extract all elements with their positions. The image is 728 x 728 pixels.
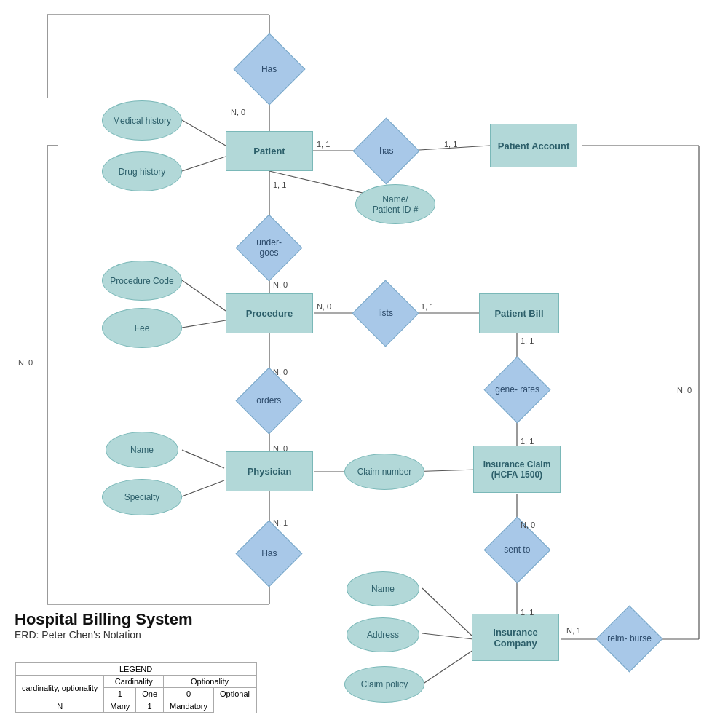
relationship-has-middle: has — [353, 118, 420, 185]
relationship-lists: lists — [352, 280, 419, 347]
entity-insurance-company: Insurance Company — [472, 614, 559, 661]
legend: LEGEND cardinality, optionality Cardinal… — [15, 662, 257, 713]
cardinality-11-has-pa: 1, 1 — [444, 140, 457, 149]
relationship-has-top-label: Has — [261, 64, 277, 74]
attribute-claim-number: Claim number — [344, 454, 424, 490]
attribute-name-patient-id: Name/ Patient ID # — [355, 184, 435, 224]
attribute-drug-history: Drug history — [102, 151, 182, 191]
svg-line-15 — [182, 450, 224, 468]
cardinality-11-lists-pb: 1, 1 — [421, 302, 434, 311]
attribute-name-physician: Name — [106, 432, 178, 468]
cardinality-n0-orders-proc: N, 0 — [273, 368, 288, 376]
relationship-orders-label: orders — [256, 395, 281, 405]
svg-line-25 — [422, 650, 473, 684]
cardinality-11-pb-gen: 1, 1 — [521, 336, 534, 345]
attribute-name-insurance: Name — [347, 571, 419, 606]
legend-row1-c-num: 1 — [104, 688, 136, 700]
legend-optionality-header: Optionality — [164, 676, 256, 688]
legend-title: LEGEND — [16, 663, 256, 676]
relationship-undergoes: under- goes — [236, 215, 303, 282]
relationship-generates-label: gene- rates — [495, 384, 539, 395]
entity-patient: Patient — [226, 131, 313, 171]
relationship-has-middle-label: has — [379, 146, 393, 156]
cardinality-11-undergoes: 1, 1 — [273, 181, 286, 189]
attribute-medical-history: Medical history — [102, 100, 182, 141]
relationship-reimburse-label: reim- burse — [607, 633, 652, 644]
cardinality-11-patient-has: 1, 1 — [317, 140, 330, 149]
cardinality-n0-undergoes-proc: N, 0 — [273, 280, 288, 289]
relationship-sent-to-label: sent to — [504, 545, 530, 555]
svg-line-23 — [422, 588, 473, 637]
cardinality-n0-left-border: N, 0 — [18, 358, 33, 367]
attribute-address: Address — [347, 617, 419, 652]
attribute-procedure-code: Procedure Code — [102, 261, 182, 301]
relationship-has-bottom: Has — [236, 521, 303, 587]
legend-row2-c-label: Many — [104, 700, 136, 713]
relationship-undergoes-label: under- goes — [246, 237, 292, 258]
legend-row2-o-num: 1 — [136, 700, 164, 713]
svg-line-9 — [182, 280, 226, 311]
legend-left-label: cardinality, optionality — [16, 676, 104, 700]
relationship-has-top: Has — [234, 33, 306, 106]
legend-row2-o-label: Mandatory — [164, 700, 214, 713]
diagram-title: Hospital Billing System — [15, 610, 193, 629]
svg-line-16 — [182, 480, 224, 496]
cardinality-n0-proc-lists: N, 0 — [317, 302, 331, 311]
cardinality-11-gen-ic: 1, 1 — [521, 437, 534, 446]
cardinality-n1-right-border: N, 0 — [677, 386, 692, 395]
svg-line-10 — [182, 320, 226, 328]
legend-cardinality-header: Cardinality — [104, 676, 164, 688]
diagram-subtitle: ERD: Peter Chen's Notation — [15, 629, 193, 641]
cardinality-n0-ic-sent: N, 0 — [521, 521, 535, 529]
entity-insurance-claim: Insurance Claim (HCFA 1500) — [473, 446, 561, 493]
relationship-generates: gene- rates — [484, 357, 551, 424]
erd-diagram: Has Patient Medical history Drug history… — [0, 0, 728, 728]
attribute-claim-policy: Claim policy — [344, 666, 424, 703]
legend-row1-o-num: 0 — [164, 688, 214, 700]
entity-patient-bill: Patient Bill — [479, 293, 559, 333]
legend-row1-o-label: Optional — [214, 688, 256, 700]
relationship-reimburse: reim- burse — [596, 606, 663, 673]
cardinality-n1-phys-has: N, 1 — [273, 518, 288, 527]
entity-physician: Physician — [226, 451, 313, 491]
cardinality-11-sent-insco: 1, 1 — [521, 608, 534, 617]
relationship-sent-to: sent to — [484, 517, 551, 584]
attribute-specialty: Specialty — [102, 479, 182, 515]
svg-line-24 — [422, 633, 473, 639]
legend-row2-c-num: N — [16, 700, 104, 713]
relationship-has-bottom-label: Has — [261, 548, 277, 558]
svg-line-3 — [182, 157, 226, 171]
entity-patient-account: Patient Account — [490, 124, 577, 167]
entity-procedure: Procedure — [226, 293, 313, 333]
svg-line-2 — [182, 120, 226, 146]
cardinality-n0-orders-phys: N, 0 — [273, 444, 288, 453]
legend-row1-c-label: One — [136, 688, 164, 700]
relationship-lists-label: lists — [378, 308, 393, 318]
cardinality-n1-insco-reimb: N, 1 — [566, 626, 581, 635]
cardinality-n0-has-top: N, 0 — [231, 108, 245, 116]
attribute-fee: Fee — [102, 308, 182, 348]
relationship-orders: orders — [236, 368, 303, 435]
title-area: Hospital Billing System ERD: Peter Chen'… — [15, 610, 193, 641]
